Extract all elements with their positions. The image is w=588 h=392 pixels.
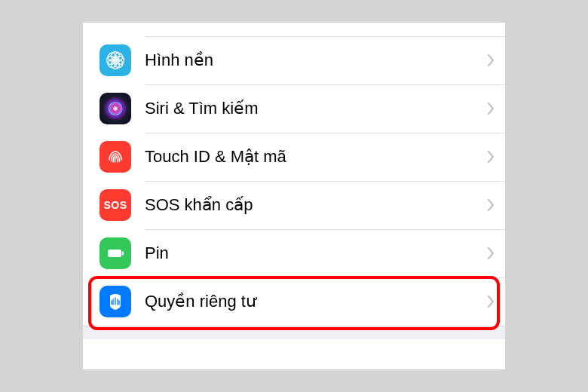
section-footer-space — [83, 326, 505, 339]
privacy-icon — [100, 286, 131, 317]
separator — [145, 133, 505, 133]
sos-icon: SOS — [100, 189, 131, 221]
settings-row-siri[interactable]: Siri & Tìm kiếm — [83, 84, 505, 133]
settings-row-wallpaper[interactable]: Hình nền — [83, 36, 505, 84]
chevron-right-icon — [487, 198, 495, 212]
wallpaper-icon — [100, 44, 131, 76]
separator — [145, 229, 505, 230]
settings-list: Hình nền Siri & Tìm kiếm — [83, 36, 505, 326]
settings-row-battery[interactable]: Pin — [83, 229, 505, 277]
settings-row-touchid[interactable]: Touch ID & Mật mã — [83, 133, 505, 181]
settings-row-sos[interactable]: SOS SOS khẩn cấp — [83, 181, 505, 229]
settings-row-label: Siri & Tìm kiếm — [145, 99, 487, 118]
battery-icon — [100, 237, 131, 269]
chevron-right-icon — [487, 102, 495, 115]
touchid-icon — [100, 141, 131, 173]
settings-panel: Hình nền Siri & Tìm kiếm — [83, 23, 505, 369]
separator — [145, 84, 505, 85]
chevron-right-icon — [487, 247, 495, 260]
separator — [145, 277, 505, 278]
chevron-right-icon — [487, 295, 495, 308]
chevron-right-icon — [487, 150, 495, 164]
svg-rect-14 — [122, 252, 124, 256]
separator — [145, 36, 505, 37]
settings-row-label: Touch ID & Mật mã — [145, 147, 487, 167]
settings-row-privacy[interactable]: Quyền riêng tư — [83, 277, 505, 326]
settings-row-label: Quyền riêng tư — [145, 292, 487, 311]
chevron-right-icon — [487, 54, 495, 67]
settings-row-label: Hình nền — [145, 51, 487, 70]
svg-rect-13 — [108, 250, 121, 257]
siri-icon — [100, 93, 131, 124]
settings-row-label: Pin — [145, 243, 487, 263]
settings-row-label: SOS khẩn cấp — [145, 195, 487, 215]
svg-point-12 — [114, 107, 118, 111]
sos-text: SOS — [103, 199, 127, 211]
separator — [145, 181, 505, 182]
